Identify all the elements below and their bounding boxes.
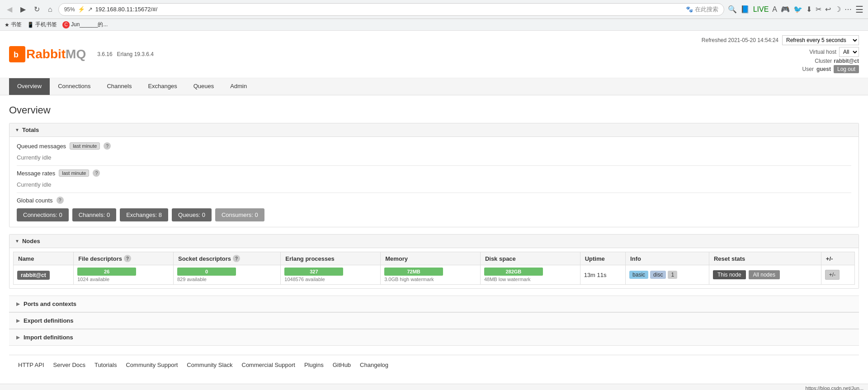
footer-server-docs[interactable]: Server Docs [53,362,86,368]
live-icon[interactable]: LIVE [753,5,769,14]
cluster-value: rabbit@ct [834,58,859,64]
more-icon[interactable]: ⋯ [844,5,852,14]
socket-desc-available: 829 available [177,277,236,282]
star-icon: ★ [5,22,9,28]
socket-desc-bar: 0 [177,268,236,276]
url-text[interactable]: 192.168.80.11:15672/#/ [95,6,157,13]
footer-community-support[interactable]: Community Support [126,362,178,368]
night-icon[interactable]: ☽ [835,5,841,14]
channels-btn[interactable]: Channels: 0 [72,208,116,221]
user-value: guest [816,66,831,72]
message-rates-label: Message rates [17,170,55,177]
memory-bar: 72MB [384,268,443,276]
refresh-row: Refreshed 2021-05-20 14:54:24 Refresh ev… [702,35,859,45]
footer-plugins[interactable]: Plugins [304,362,324,368]
totals-section: ▼ Totals Queued messages last minute ? C… [9,123,859,227]
tab-channels[interactable]: Channels [99,78,140,95]
search-placeholder[interactable]: 在此搜索 [695,5,718,14]
all-nodes-button[interactable]: All nodes [749,270,780,279]
footer-commercial-support[interactable]: Commercial Support [242,362,296,368]
refresh-button[interactable]: ↻ [32,4,42,14]
queued-messages-help[interactable]: ? [104,142,111,150]
disk-space-available: 48MB low watermark [484,277,543,282]
ports-header[interactable]: ▶ Ports and contexts [9,296,859,312]
tab-admin[interactable]: Admin [222,78,255,95]
back-button[interactable]: ◀ [5,4,14,14]
bookmark-jun[interactable]: C Jun______的... [62,21,108,28]
nodes-arrow: ▼ [15,239,19,244]
logo-image: b RabbitMQ [9,46,86,62]
status-text: https://blog.csdn.net/Jun... [806,385,863,390]
bookmarks-bar: ★ 书签 📱 手机书签 C Jun______的... [0,19,868,31]
import-section: ▶ Import definitions [9,329,859,346]
header-right: Refreshed 2021-05-20 14:54:24 Refresh ev… [702,35,859,73]
mobile-icon: 📱 [27,22,34,28]
home-button[interactable]: ⌂ [46,5,55,14]
th-socket-desc: Socket descriptors ? [174,252,281,265]
nodes-header-row: Name File descriptors ? Socket desc [14,252,855,265]
zoom-level: 95% [64,6,75,13]
footer-tutorials[interactable]: Tutorials [94,362,117,368]
nodes-title: Nodes [22,238,40,244]
nodes-header[interactable]: ▼ Nodes [9,235,859,248]
app-footer: HTTP API Server Docs Tutorials Community… [9,355,859,375]
vhost-select[interactable]: All [839,47,859,57]
import-header[interactable]: ▶ Import definitions [9,329,859,346]
translate-icon[interactable]: A [772,5,777,14]
global-counts-label: Global counts [17,197,53,204]
totals-header[interactable]: ▼ Totals [9,123,859,137]
bookmark-mobile[interactable]: 📱 手机书签 [27,21,57,28]
address-bar: 95% ⚡ ↗ 192.168.80.11:15672/#/ 🐾 在此搜索 [58,3,724,16]
bookmark-mobile-label: 手机书签 [35,21,57,28]
undo-icon[interactable]: ↩ [825,5,831,14]
plus-minus-cell: +/- [821,265,854,285]
memory-cell: 72MB 3.0GB high watermark [381,265,481,285]
scissors-icon[interactable]: ✂ [816,5,821,14]
info-badges: basic disc 1 [629,271,705,279]
file-desc-help[interactable]: ? [124,255,131,262]
forward-button[interactable]: ▶ [18,4,28,14]
global-counts-row: Global counts ? [17,197,851,204]
tab-overview[interactable]: Overview [9,78,50,95]
nodes-table-body: rabbit@ct 26 1024 available 0 [14,265,855,285]
global-counts-help[interactable]: ? [57,197,64,204]
queues-btn[interactable]: Queues: 0 [172,208,212,221]
this-node-button[interactable]: This node [713,270,746,279]
ports-title: Ports and contexts [24,301,76,307]
uptime-value: 13m 11s [584,272,607,278]
bookmark-starred[interactable]: ★ 书签 [5,21,22,28]
user-label: User [802,66,814,72]
connections-btn[interactable]: Connections: 0 [17,208,69,221]
extensions-icon[interactable]: 🔍 [728,5,737,14]
download-icon[interactable]: ⬇ [806,5,812,14]
refresh-select[interactable]: Refresh every 5 seconds Refresh every 10… [782,35,859,45]
idle-text-1: Currently idle [17,154,52,161]
export-header[interactable]: ▶ Export definitions [9,313,859,329]
nodes-table: Name File descriptors ? Socket desc [13,252,855,285]
tab-connections[interactable]: Connections [50,78,99,95]
tab-exchanges[interactable]: Exchanges [140,78,185,95]
footer-http-api[interactable]: HTTP API [18,362,44,368]
memory-available: 3.0GB high watermark [384,277,443,282]
menu-icon[interactable]: ☰ [855,4,863,15]
footer-community-slack[interactable]: Community Slack [187,362,232,368]
status-bar: https://blog.csdn.net/Jun... [0,384,868,390]
exchanges-btn[interactable]: Exchanges: 8 [120,208,168,221]
message-rates-row: Message rates last minute ? [17,169,851,177]
tab-queues[interactable]: Queues [185,78,222,95]
th-name: Name [14,252,74,265]
message-rates-help[interactable]: ? [93,169,100,177]
memory-bar-wrap: 72MB 3.0GB high watermark [384,268,443,282]
consumers-btn[interactable]: Consumers: 0 [215,208,264,221]
logo-rabbit: Rabbit [26,47,66,61]
footer-github[interactable]: GitHub [333,362,351,368]
bird-icon[interactable]: 🐦 [793,5,802,14]
game-icon[interactable]: 🎮 [781,5,790,14]
plus-minus-button[interactable]: +/- [825,270,840,280]
logout-button[interactable]: Log out [834,65,859,73]
socket-desc-help[interactable]: ? [233,255,240,262]
footer-changelog[interactable]: Changelog [360,362,388,368]
bookmark-icon[interactable]: 📘 [741,5,750,14]
table-row: rabbit@ct 26 1024 available 0 [14,265,855,285]
version-text: 3.6.16 [97,51,112,57]
